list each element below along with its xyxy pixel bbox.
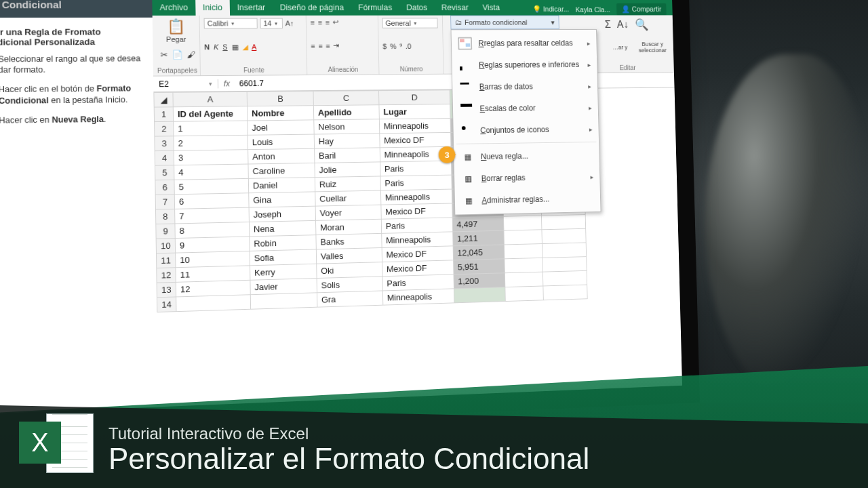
cell[interactable]: Apellido — [313, 105, 379, 120]
cell[interactable]: Nombre — [248, 106, 314, 121]
cell[interactable] — [505, 272, 542, 287]
row-header[interactable]: 7 — [155, 195, 174, 209]
select-all-cell[interactable]: ◢ — [154, 92, 173, 107]
sort-filter-label[interactable]: …ar y — [607, 44, 633, 50]
cell[interactable]: Robin — [250, 235, 317, 251]
spreadsheet-grid[interactable]: ◢ABCDEFG1ID del AgenteNombreApellidoLuga… — [153, 88, 682, 407]
cell[interactable]: Minneapolis — [380, 189, 452, 205]
paste-button[interactable]: Pegar — [157, 35, 195, 43]
cell[interactable]: Oki — [317, 262, 382, 279]
align-mid-icon[interactable]: ≡ — [318, 18, 322, 26]
bold-button[interactable]: N — [204, 43, 210, 52]
user-label[interactable]: Kayla Cla... — [575, 5, 610, 13]
currency-icon[interactable]: $ — [382, 43, 387, 50]
cell[interactable]: 4,497 — [452, 216, 504, 232]
cell[interactable]: Mexico DF — [382, 260, 454, 277]
col-header[interactable]: C — [313, 91, 379, 106]
percent-icon[interactable]: % — [390, 43, 397, 50]
font-color-icon[interactable]: A — [252, 43, 256, 51]
cell[interactable]: Anton — [248, 148, 315, 164]
align-bot-icon[interactable]: ≡ — [326, 18, 330, 26]
cell[interactable]: Gra — [317, 291, 382, 307]
cell[interactable]: 6 — [174, 193, 249, 209]
cell[interactable]: Joel — [248, 120, 314, 135]
number-format-select[interactable]: General — [382, 18, 438, 28]
cell[interactable]: 1,200 — [454, 273, 505, 289]
row-header[interactable]: 13 — [157, 282, 176, 297]
row-header[interactable]: 14 — [157, 297, 176, 312]
font-name-select[interactable]: Calibri — [204, 18, 258, 29]
cell[interactable]: Minneapolis — [382, 289, 454, 305]
tab-archivo[interactable]: Archivo — [152, 0, 195, 16]
cf-menu-action[interactable]: ▦Administrar reglas... — [455, 187, 601, 211]
cell[interactable] — [504, 244, 542, 259]
tab-diseño de página[interactable]: Diseño de página — [273, 0, 351, 16]
cell[interactable]: 8 — [175, 222, 250, 239]
cell[interactable]: Nena — [249, 220, 315, 237]
autosum-icon[interactable]: Σ — [605, 19, 611, 30]
cell[interactable]: Baril — [315, 148, 380, 163]
cell[interactable]: 2 — [174, 135, 248, 150]
col-header[interactable]: D — [379, 90, 450, 105]
row-header[interactable]: 4 — [155, 150, 174, 165]
cell[interactable] — [505, 286, 544, 302]
cf-menu-item[interactable]: Barras de datos▸ — [452, 75, 597, 98]
row-header[interactable]: 2 — [155, 121, 174, 136]
cell[interactable] — [504, 230, 542, 245]
row-header[interactable]: 5 — [155, 165, 174, 180]
cell[interactable] — [503, 216, 541, 230]
wrap-icon[interactable]: ↩ — [333, 18, 339, 26]
cell[interactable]: Joseph — [249, 206, 315, 222]
format-painter-icon[interactable]: 🖌 — [186, 49, 195, 60]
cell[interactable]: Caroline — [248, 163, 315, 178]
align-left-icon[interactable]: ≡ — [311, 42, 315, 50]
cell[interactable]: Gina — [249, 192, 315, 207]
tab-revisar[interactable]: Revisar — [434, 0, 475, 16]
cell[interactable]: 9 — [175, 237, 250, 253]
align-top-icon[interactable]: ≡ — [311, 18, 315, 26]
cut-icon[interactable]: ✂ — [160, 49, 167, 60]
copy-icon[interactable]: 📄 — [172, 49, 182, 60]
cell[interactable]: 5,951 — [454, 259, 505, 274]
underline-button[interactable]: S — [222, 43, 227, 51]
col-header[interactable]: A — [173, 92, 248, 106]
cell[interactable]: Paris — [380, 175, 452, 190]
row-header[interactable]: 1 — [154, 107, 173, 122]
cell[interactable]: 12,045 — [453, 245, 505, 260]
row-header[interactable]: 3 — [155, 136, 174, 151]
cell[interactable] — [542, 257, 587, 272]
share-button[interactable]: 👤 Compartir — [616, 3, 667, 16]
cell[interactable]: 10 — [176, 251, 250, 267]
cell[interactable]: Solis — [317, 277, 382, 293]
cell[interactable]: Sofia — [250, 249, 317, 266]
cell[interactable] — [542, 270, 587, 286]
fill-color-icon[interactable]: ◢ — [242, 43, 248, 52]
comma-icon[interactable]: ⁹ — [399, 42, 402, 50]
border-icon[interactable]: ▦ — [231, 43, 238, 52]
col-header[interactable]: B — [247, 92, 313, 106]
cell[interactable]: Minneapolis — [379, 119, 450, 134]
cell[interactable]: 3 — [174, 150, 248, 165]
merge-icon[interactable]: ⇥ — [333, 41, 339, 49]
cell[interactable]: Louis — [248, 134, 314, 150]
tab-fórmulas[interactable]: Fórmulas — [351, 0, 399, 16]
increase-font-icon[interactable]: A↑ — [285, 20, 294, 28]
row-header[interactable]: 8 — [155, 209, 174, 224]
cell[interactable]: 11 — [176, 266, 250, 283]
sort-filter-icon[interactable]: A↓ — [617, 19, 629, 30]
cell[interactable]: Jolie — [315, 162, 380, 178]
cell[interactable]: Paris — [381, 218, 452, 233]
italic-button[interactable]: K — [214, 43, 218, 52]
align-center-icon[interactable]: ≡ — [318, 42, 322, 50]
row-header[interactable]: 9 — [156, 224, 175, 239]
cell[interactable]: Nelson — [314, 119, 380, 134]
find-icon[interactable]: 🔍 — [635, 18, 648, 31]
cf-menu-item[interactable]: Rreglas para resaltar celdas▸ — [452, 33, 597, 55]
cell[interactable]: ID del Agente — [173, 106, 248, 122]
cell[interactable]: Mexico DF — [380, 132, 451, 147]
row-header[interactable]: 12 — [157, 268, 176, 283]
name-box[interactable]: E2▾ — [153, 79, 218, 88]
cell[interactable] — [541, 215, 585, 230]
cell[interactable]: Lugar — [379, 104, 450, 119]
cf-menu-action[interactable]: ▦Borrar reglas▸ — [454, 165, 600, 190]
